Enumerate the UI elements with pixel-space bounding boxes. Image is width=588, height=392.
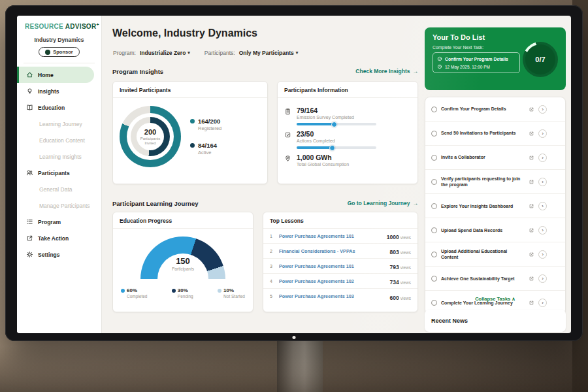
stat-value: 79/164 [297,106,376,114]
chevron-right-icon[interactable]: › [538,105,547,114]
lesson-link[interactable]: Power Purchase Agreements 102 [279,278,386,284]
task-row-invite-collaborator[interactable]: Invite a Collaborator › [425,146,565,170]
sidebar-item-home[interactable]: Home [17,67,94,83]
sidebar-item-label: Program [38,219,61,225]
next-task-due: 12 May 2025, 12:00 PM [445,65,490,69]
task-radio[interactable] [431,106,437,112]
participants-filter-value: Only My Participants [239,50,294,56]
collapse-tasks-link[interactable]: Collapse Tasks ∧ [425,296,566,302]
external-link-icon[interactable] [529,176,534,188]
location-pin-icon [284,155,291,162]
program-insights-title: Program Insights [112,68,163,75]
lesson-row: 5 Power Purchase Agreements 103 600views [263,289,417,304]
task-row-achieve-target[interactable]: Achieve One Sustainability Target › [425,267,565,291]
stat-label: Total Global Consumption [297,162,349,167]
chevron-right-icon[interactable]: › [538,202,547,210]
external-link-icon[interactable] [529,224,534,236]
participants-filter-select[interactable]: Only My Participants ▾ [239,50,299,56]
lesson-rank: 2 [270,249,275,253]
sidebar-item-manage-participants[interactable]: Manage Participants [17,197,101,214]
task-radio[interactable] [431,227,437,233]
legend-item: 164/200 Registered [190,118,221,131]
sidebar-item-learning-journey[interactable]: Learning Journey [17,116,101,132]
next-task-box[interactable]: Confirm Your Program Details 12 May 2025… [433,52,520,73]
external-link-icon[interactable] [529,152,534,163]
task-radio[interactable] [431,203,437,209]
external-link-icon[interactable] [529,127,534,139]
recent-news-header[interactable]: Recent News [425,310,566,332]
lesson-views: 1000 [387,234,399,240]
chevron-down-icon: ▾ [296,50,299,56]
sidebar-item-education-content[interactable]: Education Content [17,132,101,148]
sidebar-item-settings[interactable]: Settings [17,246,101,263]
donut-legend: 164/200 Registered 84/164 Active [190,118,221,155]
lesson-link[interactable]: Power Purchase Agreements 101 [279,263,386,269]
lesson-link[interactable]: Power Purchase Agreements 103 [279,293,386,299]
gauge-center-label: Participants [140,267,225,271]
task-radio[interactable] [431,155,437,161]
next-task-label: Confirm Your Program Details [445,57,508,61]
task-row-send-invitations[interactable]: Send 50 Invitations to Participants › [425,122,565,146]
external-link-icon[interactable] [529,103,534,115]
stat-global-consumption: 1,000 GWh Total Global Consumption [284,154,411,167]
sidebar-item-label: Learning Insights [39,154,82,160]
chevron-right-icon[interactable]: › [538,226,547,235]
task-row-verify-participants[interactable]: Verify participants requesting to join t… [425,170,565,194]
sidebar-item-program[interactable]: Program [17,214,101,230]
task-radio[interactable] [431,276,437,282]
todo-subtitle: Complete Your Next Task: [433,45,483,50]
sidebar-item-education[interactable]: Education [17,99,101,116]
lesson-link[interactable]: Financial Considerations - VPPAs [279,248,386,254]
donut-center-label: Participants Invited [136,137,165,146]
chevron-right-icon[interactable]: › [538,178,547,186]
sidebar-item-learning-insights[interactable]: Learning Insights [17,148,101,165]
lesson-row: 1 Power Purchase Agreements 101 1000view… [263,229,417,244]
sidebar-item-insights[interactable]: Insights [17,83,101,99]
chevron-right-icon[interactable]: › [538,274,547,283]
check-more-insights-link[interactable]: Check More Insights → [355,68,418,74]
program-filter-value: Industrialize Zero [140,50,186,56]
task-label: Send 50 Invitations to Participants [441,130,525,136]
sidebar-item-participants[interactable]: Participants [17,165,101,181]
book-icon [26,104,33,111]
legend-dot-active [190,143,195,148]
lesson-row: 4 Power Purchase Agreements 102 734views [263,274,417,289]
task-radio[interactable] [431,131,437,137]
program-filter-select[interactable]: Industrialize Zero ▾ [140,50,190,56]
task-row-upload-educational-content[interactable]: Upload Additional Educational Content › [425,242,565,267]
task-row-confirm-program[interactable]: Confirm Your Program Details › [425,97,565,122]
sidebar-item-take-action[interactable]: Take Action [17,230,101,246]
legend-pct: 30% [178,287,188,293]
stat-value: 1,000 GWh [297,154,349,161]
chevron-right-icon[interactable]: › [538,154,547,162]
gear-icon [26,251,33,258]
progress-bar [297,146,376,149]
legend-label: Not Started [223,294,245,299]
lesson-link[interactable]: Power Purchase Agreements 101 [279,233,383,239]
go-to-learning-journey-link[interactable]: Go to Learning Journey → [348,200,418,206]
lesson-views-unit: views [400,296,411,301]
chevron-right-icon[interactable]: › [538,129,547,138]
todo-task-list: Confirm Your Program Details › Send 50 I… [425,97,566,315]
legend-label: Active [198,150,217,155]
app-logo[interactable]: RESOURCE ADVISOR+ [17,16,101,30]
clipboard-icon [284,108,291,115]
external-link-icon[interactable] [529,248,534,260]
task-radio[interactable] [431,252,437,257]
external-link-icon[interactable] [529,272,534,284]
clock-icon [437,64,442,69]
legend-value: 84/164 [198,142,217,149]
lesson-views-unit: views [400,265,411,270]
task-radio[interactable] [431,179,437,185]
legend-dot-pending [172,289,176,293]
task-row-explore-insights[interactable]: Explore Your Insights Dashboard › [425,194,565,218]
sidebar-item-general-data[interactable]: General Data [17,181,101,197]
task-label: Achieve One Sustainability Target [441,276,525,282]
task-label: Invite a Collaborator [441,154,525,160]
lesson-row: 2 Financial Considerations - VPPAs 803vi… [263,244,417,259]
chevron-right-icon[interactable]: › [538,250,547,259]
participants-information-card: Participants Information 79/164 Emission… [277,81,418,184]
task-row-upload-spend-data[interactable]: Upload Spend Data Records › [425,218,565,242]
external-link-icon[interactable] [529,200,534,212]
sidebar-item-label: Settings [38,252,60,258]
